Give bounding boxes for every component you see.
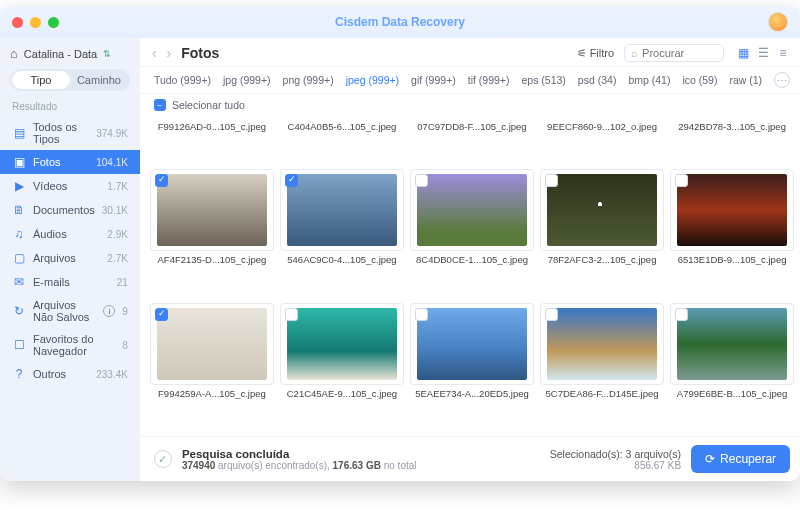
file-checkbox[interactable]: [285, 174, 298, 187]
file-label-card: C404A0B5-6...105_c.jpeg: [280, 118, 404, 161]
format-filter-10[interactable]: raw (1): [729, 74, 762, 86]
drive-name[interactable]: Catalina - Data: [24, 48, 97, 60]
home-icon[interactable]: ⌂: [10, 46, 18, 61]
file-card[interactable]: 5EAEE734-A...20ED5.jpeg: [410, 301, 534, 428]
sidebar-icon: ☐: [12, 338, 26, 352]
file-checkbox[interactable]: [155, 174, 168, 187]
filter-button[interactable]: ⚟ Filtro: [577, 47, 614, 60]
file-checkbox[interactable]: [545, 308, 558, 321]
file-name: AF4F2135-D...105_c.jpeg: [150, 251, 274, 265]
select-all-checkbox[interactable]: −: [154, 99, 166, 111]
tab-path[interactable]: Caminho: [70, 71, 128, 89]
recover-button[interactable]: ⟳ Recuperar: [691, 445, 790, 473]
format-filter-3[interactable]: jpeg (999+): [346, 74, 399, 86]
sidebar-icon: ▶: [12, 179, 26, 193]
sidebar-item-5[interactable]: ▢Arquivos2.7K: [0, 246, 140, 270]
file-name: F99126AD-0...105_c.jpeg: [150, 118, 274, 132]
sidebar-item-8[interactable]: ☐Favoritos do Navegador8: [0, 328, 140, 362]
format-filter-5[interactable]: tif (999+): [468, 74, 510, 86]
view-list-icon[interactable]: ☰: [754, 45, 772, 61]
sidebar-item-9[interactable]: ?Outros233.4K: [0, 362, 140, 386]
format-filter-7[interactable]: psd (34): [578, 74, 617, 86]
sidebar-count: 233.4K: [96, 369, 128, 380]
file-name: 5EAEE734-A...20ED5.jpeg: [410, 385, 534, 399]
search-input[interactable]: ⌕: [624, 44, 724, 62]
format-filter-6[interactable]: eps (513): [522, 74, 566, 86]
file-card[interactable]: A799E6BE-B...105_c.jpeg: [670, 301, 794, 428]
thumbnail[interactable]: [410, 303, 534, 385]
thumbnail-image: [547, 174, 657, 246]
thumbnail[interactable]: [540, 303, 664, 385]
done-icon: ✓: [154, 450, 172, 468]
sort-icon[interactable]: ⇅: [103, 49, 111, 59]
thumbnail[interactable]: [280, 169, 404, 251]
sidebar-label: Favoritos do Navegador: [33, 333, 115, 357]
sidebar-label: Fotos: [33, 156, 89, 168]
file-card[interactable]: 78F2AFC3-2...105_c.jpeg: [540, 167, 664, 294]
nav-forward-icon[interactable]: ›: [167, 45, 172, 61]
breadcrumb: Fotos: [181, 45, 219, 61]
sidebar-icon: ↻: [12, 304, 26, 318]
sidebar-count: 1.7K: [107, 181, 128, 192]
scan-summary: 374940 arquivo(s) encontrado(s), 176.63 …: [182, 460, 417, 471]
format-filter-9[interactable]: ico (59): [682, 74, 717, 86]
sidebar-count: 9: [122, 306, 128, 317]
thumbnail[interactable]: [150, 169, 274, 251]
sidebar-icon: ♫: [12, 227, 26, 241]
sidebar-item-4[interactable]: ♫Áudios2.9K: [0, 222, 140, 246]
recover-icon: ⟳: [705, 452, 715, 466]
thumbnail[interactable]: [280, 303, 404, 385]
format-filter-1[interactable]: jpg (999+): [223, 74, 271, 86]
format-filter-0[interactable]: Tudo (999+): [154, 74, 211, 86]
tab-type[interactable]: Tipo: [12, 71, 70, 89]
thumbnail-image: [677, 174, 787, 246]
sidebar-label: Áudios: [33, 228, 100, 240]
file-card[interactable]: 8C4DB0CE-1...105_c.jpeg: [410, 167, 534, 294]
file-name: 8C4DB0CE-1...105_c.jpeg: [410, 251, 534, 265]
thumbnail[interactable]: [670, 169, 794, 251]
sidebar-item-6[interactable]: ✉E-mails21: [0, 270, 140, 294]
file-checkbox[interactable]: [285, 308, 298, 321]
sidebar-item-1[interactable]: ▣Fotos104.1K: [0, 150, 140, 174]
file-card[interactable]: 546AC9C0-4...105_c.jpeg: [280, 167, 404, 294]
file-name: 07C97DD8-F...105_c.jpeg: [410, 118, 534, 132]
view-grid-icon[interactable]: ▦: [734, 45, 752, 61]
file-card[interactable]: 5C7DEA86-F...D145E.jpeg: [540, 301, 664, 428]
filter-icon: ⚟: [577, 47, 587, 60]
sidebar-label: Todos os Tipos: [33, 121, 89, 145]
sidebar-item-3[interactable]: 🗎Documentos30.1K: [0, 198, 140, 222]
file-card[interactable]: 6513E1DB-9...105_c.jpeg: [670, 167, 794, 294]
file-checkbox[interactable]: [675, 174, 688, 187]
thumbnail[interactable]: [410, 169, 534, 251]
file-checkbox[interactable]: [415, 308, 428, 321]
file-name: 6513E1DB-9...105_c.jpeg: [670, 251, 794, 265]
sidebar-item-0[interactable]: ▤Todos os Tipos374.9K: [0, 116, 140, 150]
sidebar-label: Vídeos: [33, 180, 100, 192]
info-icon[interactable]: i: [103, 305, 115, 317]
nav-back-icon[interactable]: ‹: [152, 45, 157, 61]
thumbnail[interactable]: [150, 303, 274, 385]
thumbnail[interactable]: [540, 169, 664, 251]
sidebar-item-2[interactable]: ▶Vídeos1.7K: [0, 174, 140, 198]
format-filter-2[interactable]: png (999+): [283, 74, 334, 86]
file-card[interactable]: F994259A-A...105_c.jpeg: [150, 301, 274, 428]
file-grid: F99126AD-0...105_c.jpegC404A0B5-6...105_…: [140, 116, 800, 436]
file-name: 2942BD78-3...105_c.jpeg: [670, 118, 794, 132]
file-checkbox[interactable]: [155, 308, 168, 321]
more-formats-button[interactable]: ⋯: [774, 72, 790, 88]
view-detail-icon[interactable]: ≡: [774, 45, 792, 61]
sidebar-count: 21: [117, 277, 128, 288]
selected-size: 856.67 KB: [550, 460, 681, 471]
file-checkbox[interactable]: [675, 308, 688, 321]
sidebar-item-7[interactable]: ↻Arquivos Não Salvosi9: [0, 294, 140, 328]
select-all-row[interactable]: − Selecionar tudo: [140, 94, 800, 116]
file-card[interactable]: AF4F2135-D...105_c.jpeg: [150, 167, 274, 294]
file-card[interactable]: C21C45AE-9...105_c.jpeg: [280, 301, 404, 428]
format-filter-4[interactable]: gif (999+): [411, 74, 456, 86]
sidebar-label: E-mails: [33, 276, 110, 288]
file-checkbox[interactable]: [545, 174, 558, 187]
format-filter-8[interactable]: bmp (41): [628, 74, 670, 86]
thumbnail[interactable]: [670, 303, 794, 385]
file-checkbox[interactable]: [415, 174, 428, 187]
sidebar-count: 2.7K: [107, 253, 128, 264]
